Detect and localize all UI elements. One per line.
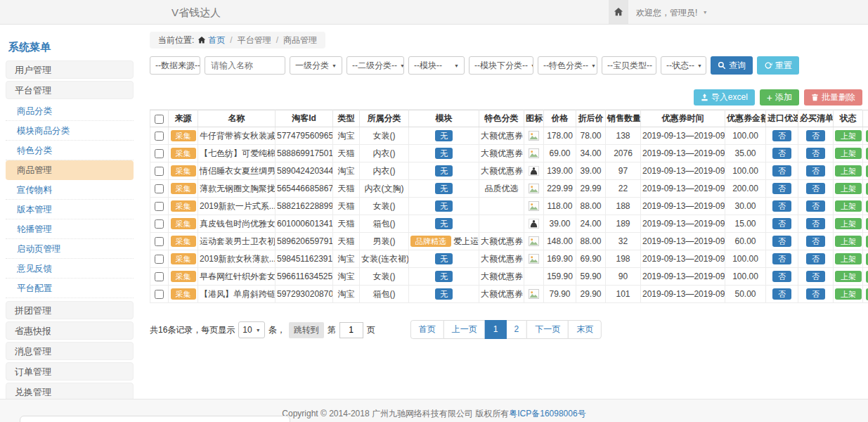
status-select[interactable]: --状态--▼ xyxy=(661,56,706,75)
pager-button[interactable]: 首页 xyxy=(410,320,444,339)
import-select-toggle[interactable]: 否 xyxy=(772,200,791,212)
status-button[interactable]: 上架 xyxy=(835,148,862,160)
module-badge: 无 xyxy=(435,130,453,142)
user-menu[interactable]: 欢迎您，管理员! ▼ xyxy=(636,0,708,25)
row-checkbox[interactable] xyxy=(155,202,164,211)
pager-button[interactable]: 2 xyxy=(506,320,528,339)
status-button[interactable]: 上架 xyxy=(835,200,862,212)
row-select-cell xyxy=(150,127,169,145)
edit-button[interactable] xyxy=(866,218,868,230)
import-select-toggle[interactable]: 否 xyxy=(772,236,791,248)
sidebar-item[interactable]: 平台管理 xyxy=(6,81,134,99)
sidebar-subitem[interactable]: 意见反馈 xyxy=(6,259,134,279)
status-button[interactable]: 上架 xyxy=(835,253,862,265)
must-buy-toggle[interactable]: 否 xyxy=(806,253,825,265)
batch-delete-button[interactable]: 批量删除 xyxy=(804,89,862,106)
module-subcategory-select[interactable]: --模块下分类--▼ xyxy=(469,56,533,75)
reset-button[interactable]: 重置 xyxy=(757,56,799,75)
pager-button[interactable]: 1 xyxy=(485,320,507,339)
page-input[interactable] xyxy=(339,322,363,338)
pager-button[interactable]: 末页 xyxy=(568,320,602,339)
status-button[interactable]: 上架 xyxy=(835,183,862,195)
status-button[interactable]: 上架 xyxy=(835,236,862,248)
breadcrumb-item[interactable]: 商品管理 xyxy=(283,34,317,46)
row-checkbox[interactable] xyxy=(155,219,164,229)
status-button[interactable]: 上架 xyxy=(835,218,862,230)
row-checkbox[interactable] xyxy=(155,184,164,193)
row-checkbox[interactable] xyxy=(155,149,164,158)
must-buy-toggle[interactable]: 否 xyxy=(806,148,825,160)
row-checkbox[interactable] xyxy=(155,255,164,264)
sidebar-subitem[interactable]: 商品分类 xyxy=(6,101,134,121)
import-select-toggle[interactable]: 否 xyxy=(772,253,791,265)
edit-button[interactable] xyxy=(866,183,868,195)
import-select-toggle[interactable]: 否 xyxy=(772,165,791,177)
edit-button[interactable] xyxy=(866,200,868,212)
icp-link[interactable]: 粤ICP备16098006号 xyxy=(509,409,585,418)
import-select-toggle[interactable]: 否 xyxy=(772,288,791,300)
must-buy-toggle[interactable]: 否 xyxy=(806,271,825,283)
breadcrumb-item[interactable]: 平台管理 xyxy=(238,34,271,46)
import-select-toggle[interactable]: 否 xyxy=(772,130,791,142)
discount-price: 88.00 xyxy=(576,198,606,215)
edit-button[interactable] xyxy=(866,253,868,265)
status-button[interactable]: 上架 xyxy=(835,165,862,177)
import-excel-button[interactable]: 导入excel xyxy=(694,89,755,106)
pager-button[interactable]: 下一页 xyxy=(526,320,569,339)
sidebar-item[interactable]: 省惠快报 xyxy=(6,321,134,340)
must-buy-toggle[interactable]: 否 xyxy=(806,130,825,142)
row-checkbox[interactable] xyxy=(155,272,164,281)
must-buy-toggle[interactable]: 否 xyxy=(806,288,825,300)
add-button[interactable]: + 添加 xyxy=(760,89,799,106)
must-buy-toggle[interactable]: 否 xyxy=(806,165,825,177)
edit-button[interactable] xyxy=(866,288,868,300)
sidebar-subitem[interactable]: 模块商品分类 xyxy=(6,121,134,141)
pager-button[interactable]: 上一页 xyxy=(443,320,486,339)
module-select[interactable]: --模块--▼ xyxy=(408,56,465,75)
row-checkbox[interactable] xyxy=(155,290,164,299)
status-button[interactable]: 上架 xyxy=(835,288,862,300)
edit-button[interactable] xyxy=(866,271,868,283)
jump-button[interactable]: 跳转到 xyxy=(289,322,324,338)
feature-category-select[interactable]: --特色分类--▼ xyxy=(538,56,597,75)
sidebar-item[interactable]: 消息管理 xyxy=(6,342,134,360)
select-all-checkbox[interactable] xyxy=(155,115,164,124)
sidebar-subitem[interactable]: 版本管理 xyxy=(6,200,134,219)
edit-button[interactable] xyxy=(866,236,868,248)
row-checkbox[interactable] xyxy=(155,132,164,141)
row-checkbox[interactable] xyxy=(155,237,164,246)
status-button[interactable]: 上架 xyxy=(835,130,862,142)
edit-button[interactable] xyxy=(866,148,868,160)
must-buy-toggle[interactable]: 否 xyxy=(806,236,825,248)
sidebar-subitem[interactable]: 轮播管理 xyxy=(6,219,134,239)
sidebar-item[interactable]: 用户管理 xyxy=(6,60,134,79)
level2-category-select[interactable]: --二级分类--▼ xyxy=(346,56,404,75)
sidebar-subitem[interactable]: 平台配置 xyxy=(6,279,134,298)
per-page-select[interactable]: 10 ▼ xyxy=(238,321,264,338)
import-select-toggle[interactable]: 否 xyxy=(772,148,791,160)
edit-button[interactable] xyxy=(866,165,868,177)
sidebar-item[interactable]: 订单管理 xyxy=(6,362,134,381)
breadcrumb-home-link[interactable]: 首页 xyxy=(208,34,225,46)
import-select-toggle[interactable]: 否 xyxy=(772,218,791,230)
home-icon-button[interactable] xyxy=(609,0,628,24)
sidebar-subitem[interactable]: 特色分类 xyxy=(6,141,134,160)
sidebar-subitem[interactable]: 启动页管理 xyxy=(6,239,134,259)
name-input[interactable] xyxy=(205,56,285,75)
sidebar-subitem[interactable]: 宣传物料 xyxy=(6,180,134,200)
data-source-select[interactable]: --数据来源--▼ xyxy=(150,56,200,75)
edit-button[interactable] xyxy=(866,130,868,142)
must-buy-toggle[interactable]: 否 xyxy=(806,200,825,212)
status-button[interactable]: 上架 xyxy=(835,271,862,283)
sidebar-subitem-active[interactable]: 商品管理 xyxy=(6,160,134,180)
must-buy-toggle[interactable]: 否 xyxy=(806,218,825,230)
import-select-toggle[interactable]: 否 xyxy=(772,183,791,195)
level1-category-select[interactable]: 一级分类▼ xyxy=(290,56,342,75)
item-type-select[interactable]: --宝贝类型--▼ xyxy=(602,56,656,75)
import-select-toggle[interactable]: 否 xyxy=(772,271,791,283)
column-header: 淘客Id xyxy=(276,110,333,127)
sidebar-item[interactable]: 拼团管理 xyxy=(6,301,134,319)
search-button[interactable]: 查询 xyxy=(711,56,753,75)
row-checkbox[interactable] xyxy=(155,167,164,176)
must-buy-toggle[interactable]: 否 xyxy=(806,183,825,195)
